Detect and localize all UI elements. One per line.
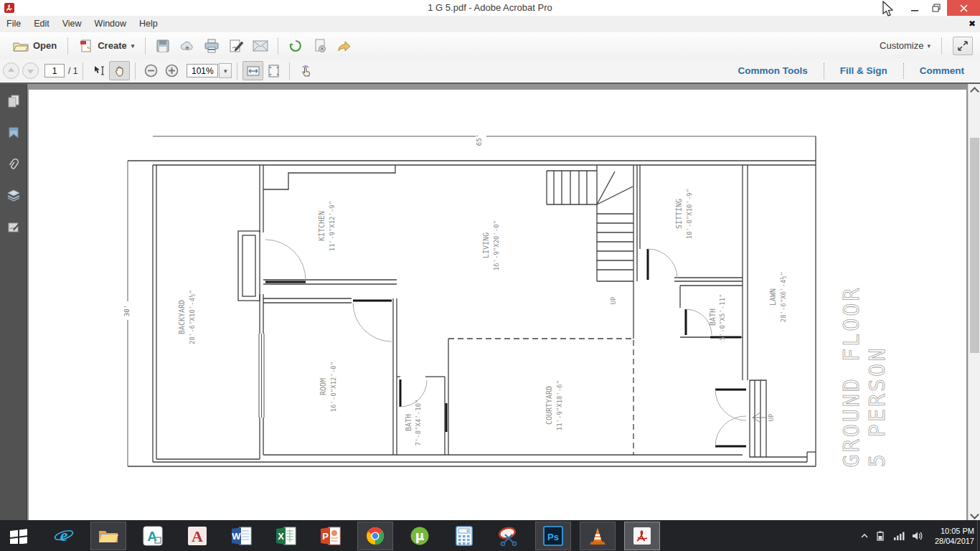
create-button[interactable]: Create ▾ [73,37,140,55]
room-label: SITTING [675,199,683,229]
tab-comment[interactable]: Comment [904,64,980,78]
zoom-level-input[interactable] [187,64,218,77]
room-size: 5'-0"X5'-11" [719,293,726,340]
email-button[interactable] [248,36,273,56]
send-track-button[interactable] [283,36,308,56]
previous-page-button[interactable] [3,62,19,79]
chevron-down-icon: ▾ [224,67,227,75]
taskbar-autocad-red[interactable]: A [179,522,215,550]
attachments-paperclip-icon[interactable] [5,156,22,173]
fullscreen-toggle-button[interactable] [953,37,973,55]
page-number-input[interactable] [44,64,65,77]
file-explorer-icon [98,527,119,545]
layers-icon[interactable] [5,187,22,204]
signatures-icon[interactable] [5,219,22,236]
bookmarks-icon[interactable] [5,124,22,141]
room-label: LIVING [482,232,490,258]
photoshop-icon: Ps [543,526,563,546]
taskbar-word[interactable]: W [224,522,260,550]
menu-edit[interactable]: Edit [27,16,56,32]
start-button[interactable] [0,520,37,551]
zoom-in-button[interactable] [161,61,182,80]
pdf-page-floor-plan[interactable]: BACKYARD 28'-6"X10'-4½" KITCHEN 11'-9"X1… [27,84,968,520]
scroll-up-icon[interactable] [969,84,980,95]
show-desktop-button[interactable] [977,520,980,551]
svg-text:P: P [322,531,329,542]
svg-text:0: 0 [466,529,468,533]
taskbar-autocad[interactable]: A [135,522,171,550]
up-label: UP [768,414,775,421]
taskbar-calculator[interactable]: 0 [446,522,482,550]
fit-width-button[interactable] [242,61,263,80]
vlc-icon [588,526,608,546]
upload-cloud-button[interactable] [175,36,199,56]
taskbar-vlc[interactable] [580,522,616,550]
hidden-icons-chevron[interactable] [860,532,869,540]
taskbar-file-explorer[interactable] [90,522,126,550]
taskbar-snipping-tool[interactable] [491,522,527,550]
tab-fill-sign[interactable]: Fill & Sign [824,64,903,78]
room-size: 10'-0"X10'-9" [686,189,693,239]
save-button[interactable] [151,36,175,56]
separator [135,62,136,80]
page-total-label: / 1 [68,66,77,76]
next-page-button[interactable] [22,62,39,79]
autocad-red-icon: A [187,526,207,546]
menu-window[interactable]: Window [88,16,133,32]
tab-common-tools[interactable]: Common Tools [722,64,823,78]
scrollbar-thumb[interactable] [970,138,979,353]
powerpoint-icon: P [320,527,341,545]
print-button[interactable] [199,36,224,56]
acrobat-window: 1 G 5.pdf - Adobe Acrobat Pro File Edit … [0,0,980,551]
customize-button[interactable]: Customize ▾ [874,40,936,51]
pdf-page [29,90,966,520]
taskbar-powerpoint[interactable]: P [313,522,349,550]
excel-icon: X [275,527,297,545]
room-label: BACKYARD [178,300,186,334]
chevron-down-icon: ▾ [927,42,930,50]
taskbar-internet-explorer[interactable]: e [46,522,82,550]
chevron-down-icon: ▾ [131,42,135,50]
menu-file[interactable]: File [0,16,27,32]
zoom-out-button[interactable] [141,61,161,80]
restore-button[interactable] [925,0,947,16]
taskbar-clock[interactable]: 10:05 PM 28/04/2017 [935,526,977,546]
attach-file-button[interactable] [308,36,332,56]
select-tool-button[interactable] [88,61,109,80]
separator [83,62,83,80]
taskbar-excel[interactable]: X [268,522,304,550]
share-button[interactable] [332,36,357,56]
taskbar-chrome[interactable] [357,522,393,550]
vertical-scrollbar[interactable] [968,84,980,522]
sheet-title-line2: 5 PERSON [864,347,890,468]
taskbar-photoshop[interactable]: Ps [535,522,571,550]
sign-button[interactable] [224,36,248,56]
close-button[interactable] [947,0,980,16]
document-close-icon[interactable]: ✖ [969,16,976,32]
hand-tool-button[interactable] [109,61,130,80]
room-label: BATH [709,309,717,326]
minimize-button[interactable] [904,0,925,16]
system-tray: 10:05 PM 28/04/2017 [860,520,977,551]
svg-text:µ: µ [415,529,425,543]
battery-icon[interactable] [876,531,886,541]
menu-help[interactable]: Help [133,16,164,32]
room-size: 16'-9"X20'-0" [493,220,500,270]
room-size: 16'-0"X12'-0" [330,362,337,412]
room-label: BATH [405,414,413,431]
taskbar-acrobat[interactable] [624,522,660,550]
open-button[interactable]: Open [7,38,62,54]
taskbar-utorrent[interactable]: µ [402,522,438,550]
internet-explorer-icon: e [54,526,74,546]
touch-mode-button[interactable] [295,61,316,80]
volume-icon[interactable] [912,531,923,541]
svg-text:A: A [192,527,203,545]
menu-view[interactable]: View [56,16,88,32]
autocad-icon: A [143,526,163,546]
fit-page-button[interactable] [263,61,284,80]
zoom-dropdown-button[interactable]: ▾ [219,63,232,78]
page-thumbnails-icon[interactable] [5,93,22,110]
network-signal-icon[interactable] [893,531,905,540]
room-label: LAWN [769,288,777,306]
up-label: UP [610,297,617,304]
